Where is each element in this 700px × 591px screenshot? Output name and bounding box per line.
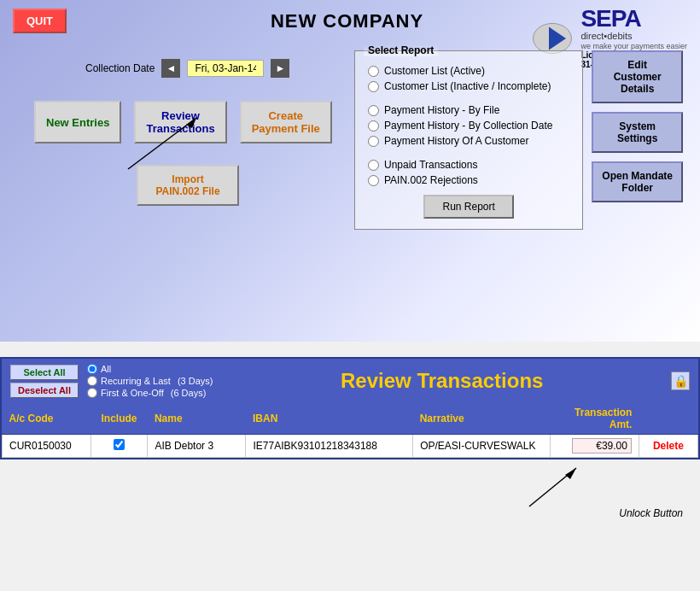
new-entries-button[interactable]: New Entries [34, 101, 121, 143]
import-section: ImportPAIN.002 File [34, 161, 341, 206]
select-report-container: Select Report Customer List (Active) Cus… [354, 50, 583, 230]
col-header-iban: IBAN [246, 403, 413, 435]
col-header-narrative: Narrative [413, 403, 551, 435]
cell-amount[interactable] [551, 435, 639, 458]
col-header-amount: Transaction Amt. [551, 403, 639, 435]
run-report-button[interactable]: Run Report [423, 195, 513, 219]
select-deselect-col: Select All Deselect All [10, 365, 79, 398]
annotation-area: Unlock Button [0, 459, 700, 528]
report-option-4[interactable]: Payment History Of A Customer [368, 135, 569, 147]
report-radio-3[interactable] [368, 120, 379, 132]
report-option-2[interactable]: Payment History - By File [368, 104, 569, 116]
open-mandate-button[interactable]: Open MandateFolder [592, 161, 683, 202]
report-radio-4[interactable] [368, 136, 379, 147]
review-header-row: Select All Deselect All All Recurring & … [2, 359, 698, 403]
date-field[interactable] [187, 60, 264, 77]
right-area: Select Report Customer List (Active) Cus… [354, 50, 683, 230]
report-option-1[interactable]: Customer List (Inactive / Incomplete) [368, 80, 569, 92]
svg-marker-5 [565, 468, 576, 479]
report-option-5[interactable]: Unpaid Transactions [368, 159, 569, 171]
report-radio-0[interactable] [368, 66, 379, 77]
unlock-annotation-label: Unlock Button [619, 507, 683, 519]
filter-first[interactable]: First & One-Off (6 Days) [87, 388, 213, 398]
transactions-table: A/c Code Include Name IBAN Narrative Tra… [2, 403, 698, 458]
filter-recurring-radio[interactable] [87, 376, 97, 386]
lock-button[interactable]: 🔒 [671, 372, 690, 390]
include-checkbox[interactable] [114, 439, 125, 450]
sepa-title: SEPA [580, 7, 687, 31]
sepa-subtitle: direct•debits [580, 31, 687, 42]
filter-options-col: All Recurring & Last (3 Days) First & On… [87, 364, 213, 398]
report-radio-6[interactable] [368, 175, 379, 186]
filter-first-radio[interactable] [87, 388, 97, 398]
col-header-delete [639, 403, 697, 435]
select-report-box: Select Report Customer List (Active) Cus… [354, 50, 583, 230]
amount-input[interactable] [572, 438, 632, 453]
main-content: Collection Date ◄ ► New Entries ReviewTr… [0, 42, 700, 238]
top-section: QUIT NEW COMPANY SEPA direct•debits we m… [0, 0, 700, 342]
collection-label: Collection Date [85, 62, 155, 74]
cell-narrative: OP/EASI-CURVESWALK [413, 435, 551, 458]
date-prev-button[interactable]: ◄ [161, 59, 180, 78]
create-payment-file-button[interactable]: CreatePayment File [240, 101, 332, 143]
annotation-arrow-icon [120, 109, 222, 178]
report-radio-1[interactable] [368, 81, 379, 92]
cell-ac-code: CUR0150030 [3, 435, 91, 458]
unlock-annotation-arrow-icon [512, 459, 598, 511]
collection-date-row: Collection Date ◄ ► [85, 59, 341, 78]
report-radio-2[interactable] [368, 105, 379, 116]
cell-name: AIB Debtor 3 [148, 435, 246, 458]
select-report-legend: Select Report [364, 44, 438, 56]
col-header-include: Include [90, 403, 148, 435]
side-buttons: EditCustomerDetails SystemSettings Open … [592, 50, 683, 230]
filter-recurring[interactable]: Recurring & Last (3 Days) [87, 376, 213, 386]
deselect-all-button[interactable]: Deselect All [10, 383, 79, 398]
report-option-3[interactable]: Payment History - By Collection Date [368, 120, 569, 132]
header: QUIT NEW COMPANY SEPA direct•debits we m… [0, 0, 700, 42]
cell-iban: IE77AIBK93101218343188 [246, 435, 413, 458]
filter-all[interactable]: All [87, 364, 213, 374]
cell-delete[interactable]: Delete [639, 435, 697, 458]
edit-customer-button[interactable]: EditCustomerDetails [592, 50, 683, 103]
table-row: CUR0150030 AIB Debtor 3 IE77AIBK93101218… [3, 435, 698, 458]
date-next-button[interactable]: ► [271, 59, 289, 78]
col-header-ac: A/c Code [3, 403, 91, 435]
cell-include[interactable] [90, 435, 148, 458]
delete-button[interactable]: Delete [653, 440, 684, 452]
system-settings-button[interactable]: SystemSettings [592, 112, 683, 153]
bottom-section: Select All Deselect All All Recurring & … [0, 357, 700, 459]
report-option-6[interactable]: PAIN.002 Rejections [368, 174, 569, 186]
left-panel: Collection Date ◄ ► New Entries ReviewTr… [17, 50, 341, 230]
svg-marker-3 [186, 118, 196, 128]
report-radio-5[interactable] [368, 160, 379, 171]
col-header-name: Name [148, 403, 246, 435]
review-transactions-title: Review Transactions [221, 369, 662, 393]
report-option-0[interactable]: Customer List (Active) [368, 65, 569, 77]
filter-all-radio[interactable] [87, 364, 97, 374]
select-all-button[interactable]: Select All [10, 365, 79, 380]
svg-line-2 [128, 118, 196, 169]
